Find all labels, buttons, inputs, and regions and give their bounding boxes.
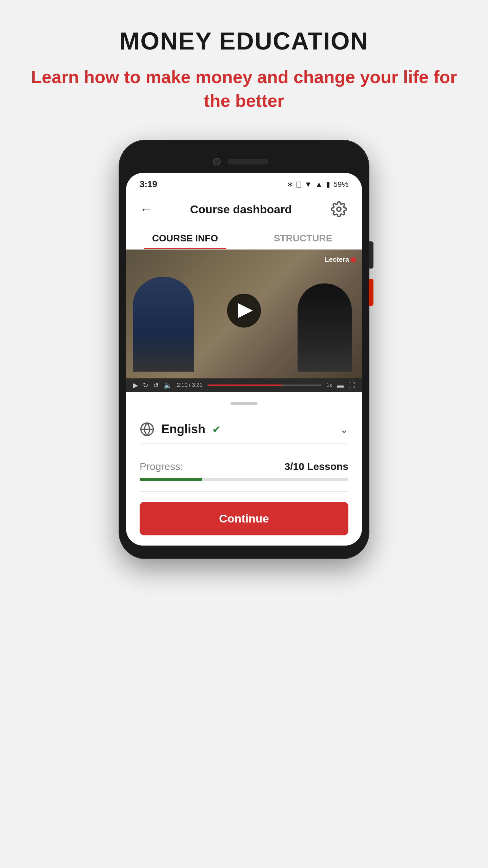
bluetooth-icon: ∗	[287, 180, 293, 189]
speaker	[227, 159, 268, 164]
tab-course-info[interactable]: COURSE INFO	[126, 225, 244, 249]
person-right-silhouette	[298, 283, 352, 372]
page-subtitle: Learn how to make money and change your …	[0, 65, 488, 113]
status-bar: 3:19 ∗ ⎕ ▼ ▲ ▮ 59%	[126, 173, 362, 193]
language-left: English ✔	[140, 422, 221, 437]
wifi-icon: ▼	[304, 180, 312, 189]
power-button	[369, 279, 373, 306]
video-controls: ▶ ↻ ↺ 🔈 2:10 / 3:21 1x ▬ ⛶	[126, 378, 362, 392]
continue-button[interactable]: Continue	[140, 502, 348, 535]
play-small-icon[interactable]: ▶	[133, 381, 138, 389]
language-row[interactable]: English ✔ ⌄	[140, 415, 348, 444]
vibrate-icon: ⎕	[297, 180, 301, 189]
rewind-icon[interactable]: ↻	[143, 381, 148, 389]
globe-icon	[140, 422, 155, 437]
app-bar: ← Course dashboard	[126, 193, 362, 225]
progress-value: 3/10 Lessons	[285, 461, 348, 472]
language-selected-checkmark-icon: ✔	[212, 423, 221, 435]
video-progress-fill	[207, 384, 282, 386]
video-thumbnail[interactable]: Lectera	[126, 250, 362, 378]
phone-screen: 3:19 ∗ ⎕ ▼ ▲ ▮ 59% ← Course dashboard	[126, 173, 362, 546]
volume-button	[369, 241, 373, 269]
video-time: 2:10 / 3:21	[177, 382, 203, 388]
gear-icon	[331, 201, 347, 217]
settings-button[interactable]	[329, 200, 348, 219]
chevron-down-icon[interactable]: ⌄	[340, 423, 348, 435]
play-triangle-icon	[238, 303, 253, 318]
status-time: 3:19	[140, 179, 157, 190]
phone-notch	[126, 153, 362, 170]
volume-icon[interactable]: 🔈	[164, 381, 172, 389]
progress-header: Progress: 3/10 Lessons	[140, 461, 348, 472]
tab-structure[interactable]: STRUCTURE	[244, 225, 362, 249]
fast-forward-icon[interactable]: ↺	[153, 381, 159, 389]
lectera-badge: Lectera	[325, 256, 356, 263]
play-button[interactable]	[227, 294, 261, 328]
progress-bar	[140, 478, 348, 481]
speed-indicator[interactable]: 1x	[326, 382, 332, 388]
battery-icon: ▮	[326, 180, 330, 189]
signal-icon: ▲	[315, 180, 323, 189]
battery-percent: 59%	[333, 180, 348, 189]
progress-section: Progress: 3/10 Lessons	[140, 454, 348, 492]
video-progress-bar[interactable]	[207, 384, 322, 386]
person-left-silhouette	[133, 277, 194, 372]
progress-fill	[140, 478, 202, 481]
language-label: English	[161, 422, 205, 436]
content-area: English ✔ ⌄ Progress: 3/10 Lessons	[126, 392, 362, 546]
status-icons: ∗ ⎕ ▼ ▲ ▮ 59%	[287, 180, 348, 189]
tabs: COURSE INFO STRUCTURE	[126, 225, 362, 250]
video-container: Lectera ▶ ↻ ↺ 🔈 2:10 / 3:21	[126, 250, 362, 392]
app-bar-title: Course dashboard	[190, 203, 292, 216]
drag-handle	[230, 402, 258, 405]
progress-label: Progress:	[140, 461, 183, 472]
phone-frame: 3:19 ∗ ⎕ ▼ ▲ ▮ 59% ← Course dashboard	[119, 140, 369, 559]
quality-icon[interactable]: ▬	[337, 381, 344, 389]
back-button[interactable]: ←	[140, 202, 152, 217]
fullscreen-icon[interactable]: ⛶	[348, 381, 355, 389]
svg-point-0	[337, 207, 341, 211]
lectera-dot	[350, 257, 356, 262]
front-camera	[213, 158, 221, 165]
page-title: MONEY EDUCATION	[119, 27, 368, 55]
